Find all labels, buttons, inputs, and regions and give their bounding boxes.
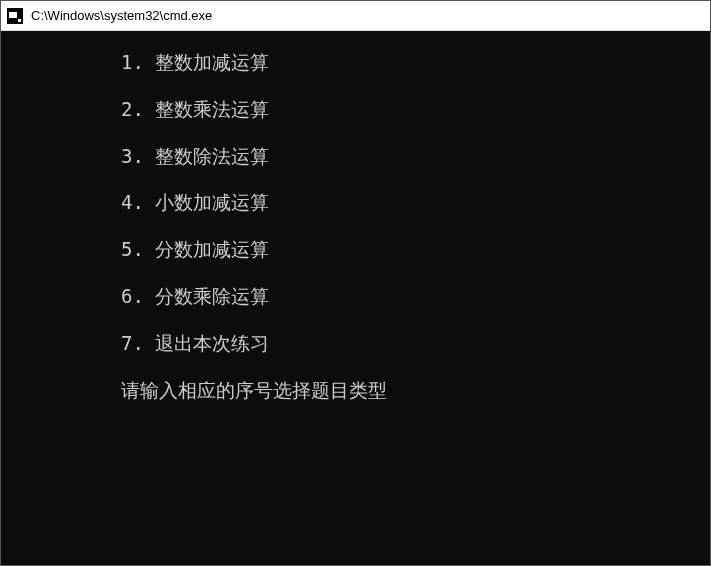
menu-item: 7. 退出本次练习 bbox=[121, 332, 710, 355]
window-title: C:\Windows\system32\cmd.exe bbox=[31, 8, 212, 23]
menu-item: 6. 分数乘除运算 bbox=[121, 285, 710, 308]
menu-item: 4. 小数加减运算 bbox=[121, 191, 710, 214]
menu-item: 5. 分数加减运算 bbox=[121, 238, 710, 261]
menu-item: 3. 整数除法运算 bbox=[121, 145, 710, 168]
input-prompt: 请输入相应的序号选择题目类型 bbox=[121, 379, 710, 402]
menu-item: 1. 整数加减运算 bbox=[121, 51, 710, 74]
cmd-icon bbox=[7, 8, 23, 24]
titlebar[interactable]: C:\Windows\system32\cmd.exe bbox=[1, 1, 710, 31]
menu-item: 2. 整数乘法运算 bbox=[121, 98, 710, 121]
terminal-output[interactable]: 1. 整数加减运算 2. 整数乘法运算 3. 整数除法运算 4. 小数加减运算 … bbox=[1, 31, 710, 565]
